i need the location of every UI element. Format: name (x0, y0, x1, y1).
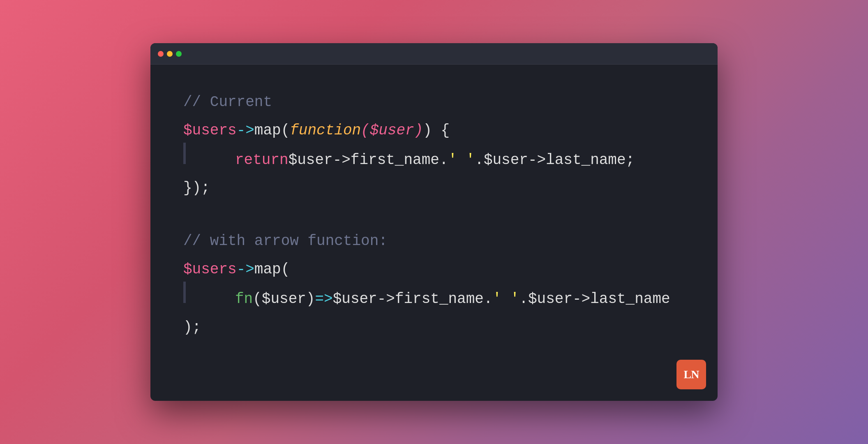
fn-concat: .$user->last_name (519, 286, 670, 313)
func-keyword: function (290, 118, 361, 144)
close-button[interactable] (158, 51, 164, 57)
comment-arrow: // with arrow function: (183, 228, 388, 255)
arrow-op-2: -> (237, 257, 254, 283)
code-line-close-2: ); (183, 314, 685, 341)
method-map: map( (254, 118, 290, 144)
maximize-button[interactable] (176, 51, 182, 57)
code-block-arrow: // with arrow function: $users->map( fn(… (183, 228, 685, 341)
code-area: // Current $users->map(function($user)) … (150, 65, 718, 401)
keyword-return: return (235, 147, 289, 174)
concat-code: .$user->last_name; (475, 147, 635, 174)
code-line-fn: fn($user) => $user->first_name.' '.$user… (183, 285, 685, 313)
brace-open: ) { (423, 118, 450, 144)
traffic-lights (158, 51, 182, 57)
param-user-1: ($user) (361, 118, 423, 144)
fn-param: ($user) (253, 286, 315, 313)
close-brace-1: }); (183, 175, 210, 202)
section-gap (183, 204, 685, 228)
titlebar (150, 43, 718, 65)
comment-current: // Current (183, 89, 272, 116)
var-users: $users (183, 118, 237, 144)
comment-line-2: // with arrow function: (183, 228, 685, 255)
close-paren-2: ); (183, 314, 201, 341)
fn-keyword: fn (235, 286, 253, 313)
editor-window: // Current $users->map(function($user)) … (150, 43, 718, 401)
fat-arrow: => (315, 286, 332, 313)
code-line-close-1: }); (183, 175, 685, 202)
logo-text: LN (684, 368, 699, 381)
logo-badge: LN (676, 360, 706, 389)
code-line-return: return $user->first_name.' '.$user->last… (183, 146, 685, 174)
comment-line-1: // Current (183, 89, 685, 116)
arrow-op-1: -> (237, 118, 254, 144)
var-users-2: $users (183, 257, 237, 283)
string-space: ' ' (448, 147, 475, 174)
fn-body: $user->first_name. (333, 286, 493, 313)
string-space-2: ' ' (493, 286, 519, 313)
return-code: $user->first_name. (289, 147, 448, 174)
minimize-button[interactable] (167, 51, 173, 57)
method-map-2: map( (254, 257, 290, 283)
code-line-map-function: $users->map(function($user)) { (183, 118, 685, 144)
code-line-map-arrow: $users->map( (183, 257, 685, 283)
code-block-current: // Current $users->map(function($user)) … (183, 89, 685, 202)
